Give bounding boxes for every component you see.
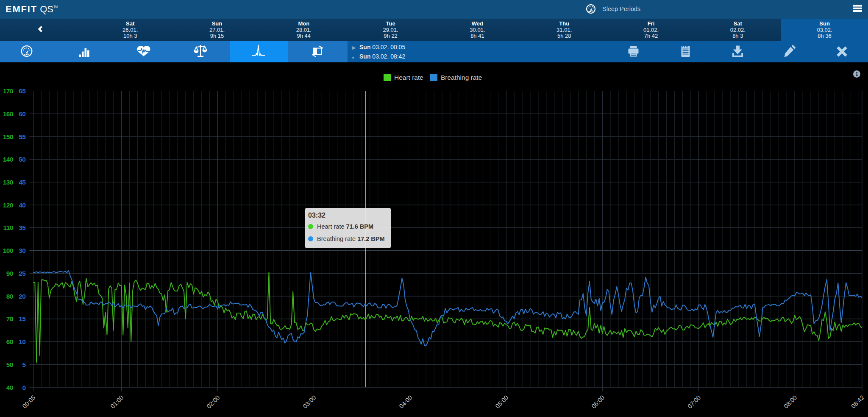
svg-text:02:00: 02:00: [206, 394, 221, 410]
svg-text:130: 130: [3, 179, 13, 186]
svg-text:60: 60: [19, 110, 25, 118]
svg-text:100: 100: [3, 247, 13, 254]
svg-text:40: 40: [19, 202, 25, 209]
svg-text:08:00: 08:00: [782, 394, 798, 410]
svg-text:65: 65: [19, 87, 26, 95]
svg-text:15: 15: [19, 315, 26, 322]
svg-text:60: 60: [6, 338, 13, 345]
svg-text:20: 20: [19, 293, 25, 300]
svg-text:55: 55: [19, 133, 26, 140]
svg-text:00:05: 00:05: [21, 394, 37, 410]
svg-text:110: 110: [3, 224, 13, 231]
svg-text:06:00: 06:00: [590, 394, 606, 410]
svg-text:01:00: 01:00: [109, 394, 125, 410]
svg-text:25: 25: [19, 270, 26, 277]
svg-text:120: 120: [3, 202, 13, 209]
svg-text:5: 5: [22, 361, 26, 368]
svg-text:35: 35: [19, 224, 26, 231]
svg-text:80: 80: [6, 293, 13, 300]
svg-text:150: 150: [3, 133, 13, 140]
svg-text:40: 40: [6, 384, 13, 391]
svg-text:04:00: 04:00: [398, 394, 414, 410]
svg-text:45: 45: [19, 179, 26, 186]
svg-text:140: 140: [3, 156, 13, 163]
svg-text:50: 50: [19, 156, 25, 163]
svg-text:03:00: 03:00: [302, 394, 317, 410]
svg-text:07:00: 07:00: [686, 394, 702, 410]
svg-text:160: 160: [3, 110, 13, 118]
svg-text:05:00: 05:00: [494, 394, 509, 410]
svg-text:30: 30: [19, 247, 25, 254]
svg-text:10: 10: [19, 338, 25, 345]
svg-text:50: 50: [6, 361, 13, 368]
svg-text:170: 170: [3, 87, 13, 95]
svg-text:08:42: 08:42: [850, 394, 865, 410]
svg-text:70: 70: [6, 315, 13, 322]
svg-text:90: 90: [6, 270, 13, 277]
svg-text:0: 0: [22, 384, 25, 391]
